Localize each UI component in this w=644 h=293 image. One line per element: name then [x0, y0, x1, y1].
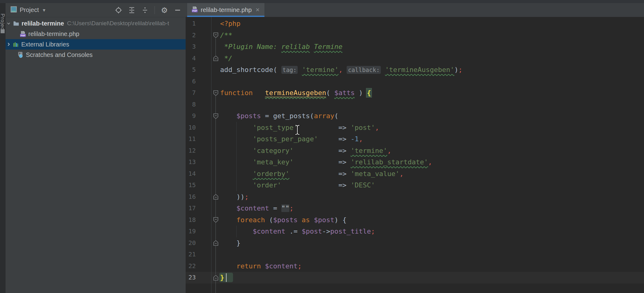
tree-item-relilab-termine-php[interactable]: PHPrelilab-termine.php	[6, 29, 186, 39]
editor-tab-bar: PHP relilab-termine.php ✕	[186, 3, 644, 17]
fold-end-icon[interactable]	[213, 55, 219, 62]
close-icon[interactable]: ✕	[256, 7, 260, 13]
code-text: *Plugin Name: relilab Termine	[220, 41, 342, 53]
code-text: */	[220, 53, 232, 64]
code-line-23[interactable]: 23}	[186, 272, 644, 283]
line-number[interactable]: 12	[186, 145, 212, 157]
tree-item-label: Scratches and Consoles	[26, 51, 93, 58]
code-line-19[interactable]: 19 $content .= $post->post_title;	[186, 226, 644, 237]
locate-icon[interactable]	[115, 6, 122, 14]
code-line-21[interactable]: 21	[186, 249, 644, 260]
folder-icon	[13, 21, 19, 26]
chevron-down-icon[interactable]	[6, 21, 11, 26]
line-number[interactable]: 10	[186, 122, 212, 134]
code-line-11[interactable]: 11 'posts_per_page' => -1,	[186, 133, 644, 145]
hide-panel-icon[interactable]	[174, 6, 181, 14]
tree-item-external-libraries[interactable]: External Libraries	[6, 39, 186, 50]
tool-window-stripe: Project	[0, 3, 6, 293]
project-panel-header: Project ▼ ⚙	[6, 3, 186, 17]
code-text: return $content;	[220, 260, 302, 272]
line-number[interactable]: 19	[186, 226, 212, 237]
code-line-2[interactable]: 2/**	[186, 30, 644, 41]
tree-item-scratches-and-consoles[interactable]: Scratches and Consoles	[6, 50, 186, 60]
code-line-20[interactable]: 20 }	[186, 237, 644, 249]
code-line-7[interactable]: 7function termineAusgeben( $atts ) {	[186, 87, 644, 99]
fold-collapse-icon[interactable]	[213, 90, 219, 97]
line-number[interactable]: 2	[186, 30, 212, 41]
svg-text:PHP: PHP	[21, 34, 25, 37]
code-line-8[interactable]: 8	[186, 99, 644, 110]
code-text: $content = "";	[220, 203, 293, 214]
line-number[interactable]: 11	[186, 133, 212, 145]
line-number[interactable]: 17	[186, 203, 212, 214]
line-number[interactable]: 9	[186, 110, 212, 122]
tree-item-relilab-termine[interactable]: relilab-termineC:\Users\Daniel\Desktop\r…	[6, 18, 186, 29]
code-line-17[interactable]: 17 $content = "";	[186, 203, 644, 214]
code-text: <?php	[220, 18, 240, 30]
code-line-10[interactable]: 10 'post_type' => 'post',	[186, 122, 644, 134]
code-text: 'orderby' => 'meta_value',	[220, 168, 404, 180]
line-number[interactable]: 1	[186, 18, 212, 30]
tab-relilab-termine-php[interactable]: PHP relilab-termine.php ✕	[187, 3, 264, 17]
chevron-down-icon[interactable]: ▼	[42, 8, 46, 13]
code-line-13[interactable]: 13 'meta_key' => 'relilab_startdate',	[186, 156, 644, 168]
line-number[interactable]: 8	[186, 99, 212, 110]
code-text: }	[220, 237, 240, 249]
code-text: function termineAusgeben( $atts ) {	[220, 87, 371, 99]
code-text: foreach ($posts as $post) {	[220, 214, 347, 226]
code-line-12[interactable]: 12 'category' => 'termine',	[186, 145, 644, 157]
chevron-right-icon[interactable]	[6, 42, 11, 47]
line-number[interactable]: 18	[186, 214, 212, 226]
fold-collapse-icon[interactable]	[213, 32, 219, 39]
php-file-icon: PHP	[192, 6, 198, 14]
code-text: $content .= $post->post_title;	[220, 226, 375, 237]
code-text: ));	[220, 191, 249, 203]
line-number[interactable]: 21	[186, 249, 212, 260]
tree-item-path: C:\Users\Daniel\Desktop\relilab\relilab-…	[67, 20, 169, 27]
code-line-4[interactable]: 4 */	[186, 53, 644, 64]
stripe-tool-icon[interactable]	[1, 29, 5, 33]
project-panel-title[interactable]: Project	[20, 6, 39, 14]
code-line-5[interactable]: 5add_shortcode( tag: 'termine', callback…	[186, 64, 644, 76]
line-number[interactable]: 6	[186, 76, 212, 87]
line-number[interactable]: 4	[186, 53, 212, 64]
code-line-3[interactable]: 3 *Plugin Name: relilab Termine	[186, 41, 644, 53]
settings-icon[interactable]: ⚙	[161, 6, 168, 14]
code-editor[interactable]: 1<?php2/**3 *Plugin Name: relilab Termin…	[186, 17, 644, 293]
code-line-22[interactable]: 22 return $content;	[186, 260, 644, 272]
code-line-9[interactable]: 9 $posts = get_posts(array(	[186, 110, 644, 122]
code-line-15[interactable]: 15 'order' => 'DESC'	[186, 179, 644, 191]
fold-end-icon[interactable]	[213, 275, 219, 282]
text-caret	[226, 273, 227, 282]
fold-collapse-icon[interactable]	[213, 113, 219, 120]
line-number[interactable]: 20	[186, 237, 212, 249]
fold-collapse-icon[interactable]	[213, 217, 219, 224]
tree-item-label: relilab-termine	[22, 20, 64, 27]
line-number[interactable]: 15	[186, 179, 212, 191]
line-number[interactable]: 14	[186, 168, 212, 180]
project-view-icon	[10, 6, 17, 14]
line-number[interactable]: 3	[186, 41, 212, 53]
line-number[interactable]: 22	[186, 260, 212, 272]
code-line-18[interactable]: 18 foreach ($posts as $post) {	[186, 214, 644, 226]
code-text: 'order' => 'DESC'	[220, 179, 375, 191]
code-line-14[interactable]: 14 'orderby' => 'meta_value',	[186, 168, 644, 180]
phpstorm-window: { "stripe": { "tool_button_label": "Proj…	[0, 0, 644, 293]
collapse-all-icon[interactable]	[141, 6, 149, 14]
code-line-1[interactable]: 1<?php	[186, 18, 644, 30]
line-number[interactable]: 5	[186, 64, 212, 76]
line-number[interactable]: 16	[186, 191, 212, 203]
fold-end-icon[interactable]	[213, 194, 219, 201]
code-text: 'category' => 'termine',	[220, 145, 391, 157]
fold-end-icon[interactable]	[213, 240, 219, 247]
project-tree: relilab-termineC:\Users\Daniel\Desktop\r…	[6, 17, 186, 60]
line-number[interactable]: 7	[186, 87, 212, 99]
svg-text:PHP: PHP	[192, 10, 197, 12]
line-number[interactable]: 23	[186, 272, 212, 283]
tree-item-label: External Libraries	[21, 41, 69, 48]
code-text: 'posts_per_page' => -1,	[220, 133, 363, 145]
code-line-6[interactable]: 6	[186, 76, 644, 87]
expand-all-icon[interactable]	[128, 6, 135, 14]
code-line-16[interactable]: 16 ));	[186, 191, 644, 203]
line-number[interactable]: 13	[186, 156, 212, 168]
